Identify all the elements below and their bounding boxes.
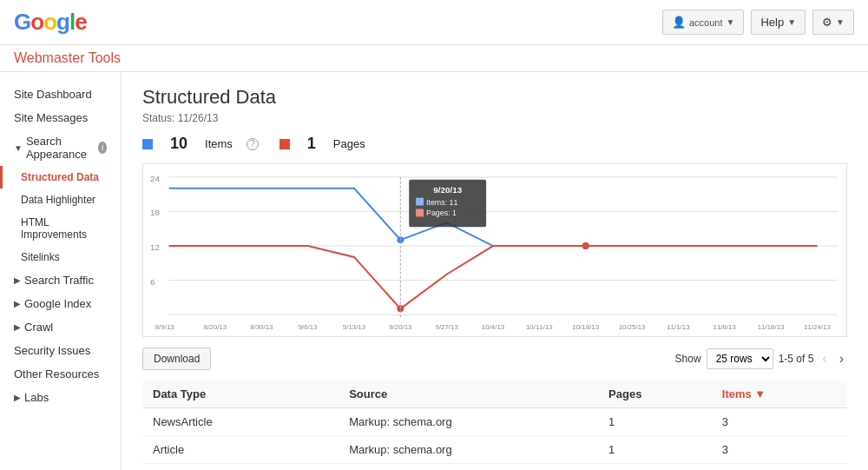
cell-items: 2 [712,464,847,471]
download-button[interactable]: Download [142,348,211,370]
webmaster-tools-title[interactable]: Webmaster Tools [14,50,121,65]
sidebar-item-site-dashboard[interactable]: Site Dashboard [0,83,121,106]
logo-e: e [75,9,86,35]
table-row[interactable]: Article Markup: schema.org 1 3 [142,436,847,464]
account-button[interactable]: 👤 account ▼ [662,10,744,35]
prev-page-button[interactable]: ‹ [819,349,830,368]
sidebar-item-other-resources[interactable]: Other Resources [0,362,121,386]
controls-row: Download Show 25 rows 10 rows 50 rows 1-… [142,348,847,370]
help-button[interactable]: Help ▼ [751,10,806,35]
data-table: Data Type Source Pages Items ▼ NewsArtic… [142,381,847,470]
account-chevron-icon: ▼ [727,17,735,27]
svg-text:10/25/13: 10/25/13 [619,323,646,331]
cell-source: Markup: schema.org [339,464,598,471]
sidebar: Site Dashboard Site Messages ▼ Search Ap… [0,72,122,470]
sidebar-item-search-appearance[interactable]: ▼ Search Appearance i [0,129,121,166]
pages-label: Pages [333,137,365,150]
svg-text:10/18/13: 10/18/13 [572,323,599,331]
svg-text:9/6/13: 9/6/13 [299,323,319,331]
top-pagination-info: 1-5 of 5 [779,353,814,365]
settings-gear-icon: ⚙ [822,16,832,29]
sidebar-item-data-highlighter[interactable]: Data Highlighter [0,189,121,211]
help-label: Help [760,16,784,29]
help-chevron-icon: ▼ [787,17,796,27]
svg-text:11/18/13: 11/18/13 [758,323,785,331]
sidebar-item-structured-data[interactable]: Structured Data [0,166,121,189]
sidebar-item-search-traffic[interactable]: ▶ Search Traffic [0,268,121,292]
svg-rect-32 [416,209,424,216]
pages-legend-dot [279,139,290,149]
cell-items: 3 [712,408,847,436]
sidebar-item-google-index[interactable]: ▶ Google Index [0,292,121,315]
col-pages: Pages [598,381,712,408]
logo-g: G [14,9,30,35]
sub-header: Webmaster Tools [0,45,868,72]
settings-button[interactable]: ⚙ ▼ [812,10,854,35]
svg-text:11/24/13: 11/24/13 [804,323,831,331]
page-title: Structured Data [142,86,847,109]
pages-count: 1 [307,135,316,153]
cell-source: Markup: schema.org [339,408,598,436]
legend: 10 Items ? 1 Pages [142,135,847,153]
header: Google 👤 account ▼ Help ▼ ⚙ ▼ [0,0,868,45]
expand-arrow-google-index-icon: ▶ [14,299,21,308]
show-rows-group: Show 25 rows 10 rows 50 rows 1-5 of 5 ‹ … [675,348,847,369]
svg-text:24: 24 [150,174,160,183]
cell-pages: 1 [598,464,712,471]
items-legend-dot [142,139,153,149]
google-logo: Google [14,9,87,36]
account-icon: 👤 [672,16,686,29]
svg-text:11/1/13: 11/1/13 [667,323,690,331]
svg-rect-30 [416,198,424,206]
svg-point-12 [582,242,589,249]
col-data-type: Data Type [142,381,339,408]
sidebar-item-sitelinks[interactable]: Sitelinks [0,246,121,268]
col-source: Source [339,381,598,408]
svg-text:9/20/13: 9/20/13 [389,323,412,331]
table-row[interactable]: NewsArticle Markup: schema.org 1 3 [142,408,847,436]
expand-arrow-labs-icon: ▶ [14,393,21,402]
svg-text:8/9/13: 8/9/13 [155,323,175,331]
sidebar-item-site-messages[interactable]: Site Messages [0,106,121,129]
svg-text:8/20/13: 8/20/13 [204,323,227,331]
svg-text:10/4/13: 10/4/13 [482,323,505,331]
main-content: Structured Data Status: 11/26/13 10 Item… [122,72,868,470]
rows-select[interactable]: 25 rows 10 rows 50 rows [707,348,773,369]
cell-source: Markup: schema.org [339,436,598,464]
svg-text:9/27/13: 9/27/13 [436,323,459,331]
logo-o1: o [30,9,43,35]
svg-text:10/11/13: 10/11/13 [526,323,553,331]
svg-text:6: 6 [150,277,155,287]
show-label: Show [675,353,701,365]
svg-text:Items: 11: Items: 11 [426,198,458,207]
sidebar-item-security-issues[interactable]: Security Issues [0,339,121,362]
logo-g2: g [56,9,69,35]
expand-arrow-search-traffic-icon: ▶ [14,275,21,285]
items-count: 10 [170,135,187,153]
col-items[interactable]: Items ▼ [712,381,847,408]
items-question-icon[interactable]: ? [247,138,259,150]
svg-text:9/20/13: 9/20/13 [433,185,462,195]
sidebar-item-crawl[interactable]: ▶ Crawl [0,315,121,339]
expand-arrow-crawl-icon: ▶ [14,322,21,332]
status-line: Status: 11/26/13 [142,112,847,124]
items-label: Items [205,137,233,150]
next-page-button[interactable]: › [836,349,847,368]
svg-text:11/8/13: 11/8/13 [713,323,737,331]
sidebar-item-labs[interactable]: ▶ Labs [0,386,121,409]
search-appearance-info-icon[interactable]: i [98,142,107,154]
expand-arrow-icon: ▼ [14,143,23,153]
settings-chevron-icon: ▼ [836,17,845,27]
cell-items: 3 [712,436,847,464]
cell-data-type: NewsArticle [142,408,339,436]
account-label: account [689,17,723,28]
table-row[interactable]: Product Markup: schema.org 1 2 [142,464,847,471]
header-right: 👤 account ▼ Help ▼ ⚙ ▼ [662,10,854,35]
svg-text:18: 18 [150,208,160,217]
table-body: NewsArticle Markup: schema.org 1 3 Artic… [142,408,847,471]
svg-text:12: 12 [150,242,160,252]
sidebar-item-html-improvements[interactable]: HTML Improvements [0,211,121,246]
cell-data-type: Product [142,464,339,471]
svg-text:Pages: 1: Pages: 1 [426,209,457,217]
cell-pages: 1 [598,436,712,464]
